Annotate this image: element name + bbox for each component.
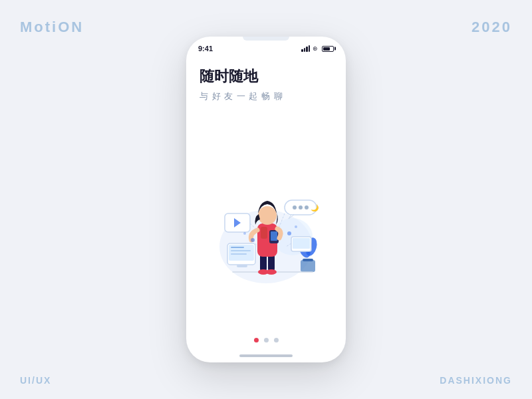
svg-rect-13: [261, 227, 267, 239]
pagination-dots: [254, 338, 279, 354]
illustration-area: 🌙: [200, 109, 332, 338]
svg-point-11: [266, 269, 277, 275]
status-icons: ⊛: [301, 45, 334, 52]
designer-label: UI/UX: [20, 375, 51, 386]
svg-rect-31: [293, 238, 310, 249]
svg-rect-3: [303, 259, 313, 261]
sub-title: 与 好 友 一 起 畅 聊: [200, 90, 283, 102]
phone-notch: [243, 37, 289, 41]
phone-mockup: 9:41 ⊛ 随时随地 与 好 友 一 起 畅 聊: [186, 37, 346, 362]
main-title: 随时随地: [200, 67, 258, 86]
brand-title: MotiON: [20, 19, 84, 36]
svg-rect-28: [231, 250, 251, 251]
home-indicator: [239, 354, 293, 357]
svg-point-33: [243, 232, 246, 235]
svg-rect-29: [231, 253, 247, 255]
status-time: 9:41: [198, 45, 213, 53]
svg-point-34: [287, 231, 291, 235]
svg-rect-26: [237, 265, 247, 267]
svg-point-22: [305, 205, 309, 209]
svg-point-20: [293, 205, 297, 209]
svg-rect-2: [301, 260, 315, 272]
svg-rect-16: [271, 231, 277, 241]
svg-text:🌙: 🌙: [311, 203, 319, 212]
brand-year: 2020: [471, 19, 512, 36]
svg-point-35: [295, 225, 297, 228]
svg-point-21: [299, 205, 303, 209]
signal-icon: [301, 45, 310, 52]
wifi-icon: ⊛: [313, 45, 318, 52]
battery-icon: [322, 46, 334, 52]
svg-point-14: [258, 206, 277, 225]
dot-1: [254, 338, 259, 342]
designer-name: DASHIXIONG: [440, 375, 512, 386]
svg-rect-27: [231, 247, 244, 248]
svg-point-32: [251, 238, 255, 242]
illustration-svg: 🌙: [200, 150, 332, 297]
dot-2: [264, 338, 269, 342]
dot-3: [274, 338, 279, 342]
phone-content: 随时随地 与 好 友 一 起 畅 聊: [186, 55, 346, 338]
